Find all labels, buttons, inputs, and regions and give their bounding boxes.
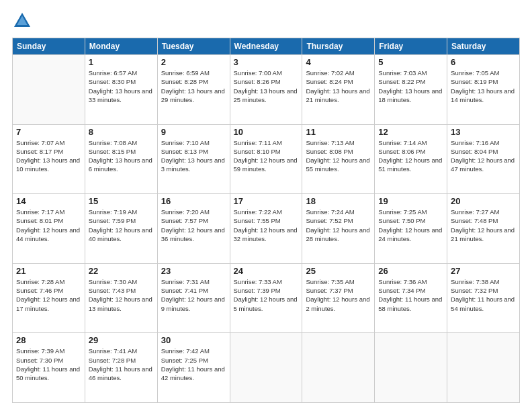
day-cell: 27Sunrise: 7:38 AMSunset: 7:32 PMDayligh… xyxy=(447,263,520,333)
day-info: Sunrise: 7:22 AMSunset: 7:55 PMDaylight:… xyxy=(234,208,299,243)
day-number: 2 xyxy=(161,57,226,67)
weekday-header-friday: Friday xyxy=(375,38,447,55)
day-cell: 15Sunrise: 7:19 AMSunset: 7:59 PMDayligh… xyxy=(85,194,157,264)
weekday-header-wednesday: Wednesday xyxy=(230,38,302,55)
day-info: Sunrise: 7:11 AMSunset: 8:10 PMDaylight:… xyxy=(234,138,299,174)
day-info: Sunrise: 7:27 AMSunset: 7:48 PMDaylight:… xyxy=(451,208,516,243)
day-number: 23 xyxy=(161,266,226,276)
day-cell: 5Sunrise: 7:03 AMSunset: 8:22 PMDaylight… xyxy=(375,55,447,125)
day-info: Sunrise: 7:00 AMSunset: 8:26 PMDaylight:… xyxy=(234,68,299,104)
day-cell: 8Sunrise: 7:08 AMSunset: 8:15 PMDaylight… xyxy=(85,124,157,194)
day-info: Sunrise: 7:10 AMSunset: 8:13 PMDaylight:… xyxy=(161,138,226,174)
header xyxy=(12,11,520,31)
day-number: 14 xyxy=(16,196,81,206)
day-info: Sunrise: 6:57 AMSunset: 8:30 PMDaylight:… xyxy=(89,68,154,104)
day-number: 26 xyxy=(378,266,443,276)
day-info: Sunrise: 7:07 AMSunset: 8:17 PMDaylight:… xyxy=(16,138,81,174)
day-info: Sunrise: 7:38 AMSunset: 7:32 PMDaylight:… xyxy=(451,277,516,313)
day-cell: 30Sunrise: 7:42 AMSunset: 7:25 PMDayligh… xyxy=(157,333,230,403)
week-row-3: 14Sunrise: 7:17 AMSunset: 8:01 PMDayligh… xyxy=(13,194,520,264)
day-info: Sunrise: 7:13 AMSunset: 8:08 PMDaylight:… xyxy=(306,138,371,174)
day-info: Sunrise: 7:33 AMSunset: 7:39 PMDaylight:… xyxy=(234,277,299,313)
day-number: 15 xyxy=(89,196,154,206)
day-cell: 16Sunrise: 7:20 AMSunset: 7:57 PMDayligh… xyxy=(157,194,230,264)
day-info: Sunrise: 7:16 AMSunset: 8:04 PMDaylight:… xyxy=(451,138,516,174)
day-cell: 13Sunrise: 7:16 AMSunset: 8:04 PMDayligh… xyxy=(447,124,520,194)
day-cell: 6Sunrise: 7:05 AMSunset: 8:19 PMDaylight… xyxy=(447,55,520,125)
day-number: 7 xyxy=(16,127,81,137)
day-info: Sunrise: 7:08 AMSunset: 8:15 PMDaylight:… xyxy=(89,138,154,174)
day-number: 11 xyxy=(306,127,371,137)
day-number: 4 xyxy=(306,57,371,67)
day-info: Sunrise: 7:02 AMSunset: 8:24 PMDaylight:… xyxy=(306,68,371,104)
weekday-header-saturday: Saturday xyxy=(447,38,520,55)
day-cell: 18Sunrise: 7:24 AMSunset: 7:52 PMDayligh… xyxy=(302,194,375,264)
day-cell xyxy=(375,333,447,403)
day-cell: 29Sunrise: 7:41 AMSunset: 7:28 PMDayligh… xyxy=(85,333,157,403)
week-row-5: 28Sunrise: 7:39 AMSunset: 7:30 PMDayligh… xyxy=(13,333,520,403)
day-number: 5 xyxy=(378,57,443,67)
logo-icon xyxy=(12,11,32,31)
day-number: 25 xyxy=(306,266,371,276)
day-number: 8 xyxy=(89,127,154,137)
day-info: Sunrise: 7:19 AMSunset: 7:59 PMDaylight:… xyxy=(89,208,154,243)
day-info: Sunrise: 6:59 AMSunset: 8:28 PMDaylight:… xyxy=(161,68,226,104)
day-info: Sunrise: 7:20 AMSunset: 7:57 PMDaylight:… xyxy=(161,208,226,243)
day-cell: 19Sunrise: 7:25 AMSunset: 7:50 PMDayligh… xyxy=(375,194,447,264)
day-cell: 10Sunrise: 7:11 AMSunset: 8:10 PMDayligh… xyxy=(230,124,302,194)
day-info: Sunrise: 7:24 AMSunset: 7:52 PMDaylight:… xyxy=(306,208,371,243)
day-number: 22 xyxy=(89,266,154,276)
day-cell: 28Sunrise: 7:39 AMSunset: 7:30 PMDayligh… xyxy=(13,333,85,403)
day-info: Sunrise: 7:14 AMSunset: 8:06 PMDaylight:… xyxy=(378,138,443,174)
week-row-2: 7Sunrise: 7:07 AMSunset: 8:17 PMDaylight… xyxy=(13,124,520,194)
day-cell: 9Sunrise: 7:10 AMSunset: 8:13 PMDaylight… xyxy=(157,124,230,194)
day-cell: 24Sunrise: 7:33 AMSunset: 7:39 PMDayligh… xyxy=(230,263,302,333)
day-cell: 25Sunrise: 7:35 AMSunset: 7:37 PMDayligh… xyxy=(302,263,375,333)
day-cell xyxy=(13,55,85,125)
day-info: Sunrise: 7:05 AMSunset: 8:19 PMDaylight:… xyxy=(451,68,516,104)
day-number: 27 xyxy=(451,266,516,276)
week-row-1: 1Sunrise: 6:57 AMSunset: 8:30 PMDaylight… xyxy=(13,55,520,125)
day-number: 16 xyxy=(161,196,226,206)
day-info: Sunrise: 7:31 AMSunset: 7:41 PMDaylight:… xyxy=(161,277,226,313)
day-info: Sunrise: 7:25 AMSunset: 7:50 PMDaylight:… xyxy=(378,208,443,243)
day-cell: 4Sunrise: 7:02 AMSunset: 8:24 PMDaylight… xyxy=(302,55,375,125)
day-number: 24 xyxy=(234,266,299,276)
day-cell xyxy=(230,333,302,403)
day-cell: 23Sunrise: 7:31 AMSunset: 7:41 PMDayligh… xyxy=(157,263,230,333)
day-cell: 14Sunrise: 7:17 AMSunset: 8:01 PMDayligh… xyxy=(13,194,85,264)
day-cell: 12Sunrise: 7:14 AMSunset: 8:06 PMDayligh… xyxy=(375,124,447,194)
day-cell xyxy=(447,333,520,403)
day-cell: 26Sunrise: 7:36 AMSunset: 7:34 PMDayligh… xyxy=(375,263,447,333)
day-cell: 21Sunrise: 7:28 AMSunset: 7:46 PMDayligh… xyxy=(13,263,85,333)
day-cell: 17Sunrise: 7:22 AMSunset: 7:55 PMDayligh… xyxy=(230,194,302,264)
day-number: 28 xyxy=(16,335,81,345)
day-cell: 1Sunrise: 6:57 AMSunset: 8:30 PMDaylight… xyxy=(85,55,157,125)
day-number: 1 xyxy=(89,57,154,67)
day-cell: 3Sunrise: 7:00 AMSunset: 8:26 PMDaylight… xyxy=(230,55,302,125)
day-info: Sunrise: 7:39 AMSunset: 7:30 PMDaylight:… xyxy=(16,347,81,382)
day-cell: 20Sunrise: 7:27 AMSunset: 7:48 PMDayligh… xyxy=(447,194,520,264)
day-info: Sunrise: 7:28 AMSunset: 7:46 PMDaylight:… xyxy=(16,277,81,313)
day-number: 9 xyxy=(161,127,226,137)
day-number: 18 xyxy=(306,196,371,206)
day-info: Sunrise: 7:03 AMSunset: 8:22 PMDaylight:… xyxy=(378,68,443,104)
weekday-header-row: SundayMondayTuesdayWednesdayThursdayFrid… xyxy=(13,38,520,55)
calendar: SundayMondayTuesdayWednesdayThursdayFrid… xyxy=(12,38,520,403)
day-number: 13 xyxy=(451,127,516,137)
day-info: Sunrise: 7:30 AMSunset: 7:43 PMDaylight:… xyxy=(89,277,154,313)
weekday-header-thursday: Thursday xyxy=(302,38,375,55)
day-cell: 7Sunrise: 7:07 AMSunset: 8:17 PMDaylight… xyxy=(13,124,85,194)
weekday-header-tuesday: Tuesday xyxy=(157,38,230,55)
day-cell xyxy=(302,333,375,403)
day-number: 3 xyxy=(234,57,299,67)
page: SundayMondayTuesdayWednesdayThursdayFrid… xyxy=(0,0,532,411)
day-number: 19 xyxy=(378,196,443,206)
day-number: 10 xyxy=(234,127,299,137)
day-cell: 2Sunrise: 6:59 AMSunset: 8:28 PMDaylight… xyxy=(157,55,230,125)
weekday-header-monday: Monday xyxy=(85,38,157,55)
logo xyxy=(12,11,35,31)
day-number: 29 xyxy=(89,335,154,345)
day-info: Sunrise: 7:35 AMSunset: 7:37 PMDaylight:… xyxy=(306,277,371,313)
day-info: Sunrise: 7:36 AMSunset: 7:34 PMDaylight:… xyxy=(378,277,443,313)
